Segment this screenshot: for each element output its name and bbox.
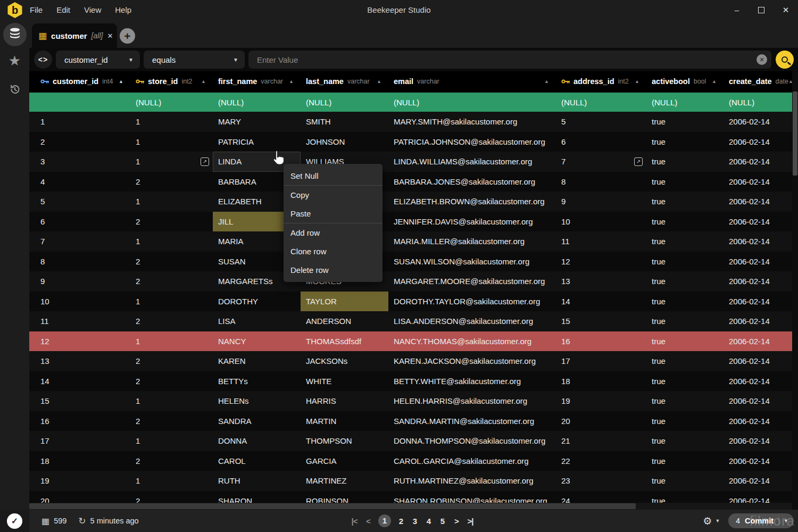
- tab-customer[interactable]: ▦ customer [all] ✕: [32, 23, 117, 48]
- table-cell[interactable]: 1: [130, 331, 213, 352]
- table-cell[interactable]: 18: [556, 371, 646, 392]
- table-cell[interactable]: 2: [130, 311, 213, 331]
- column-header-customer_id[interactable]: customer_idint4▲: [29, 71, 130, 92]
- table-cell[interactable]: 19: [29, 471, 130, 491]
- table-cell[interactable]: 19: [556, 391, 646, 411]
- column-header-address_id[interactable]: address_idint2▲: [556, 71, 646, 92]
- first-page-button[interactable]: |<: [351, 517, 358, 526]
- filter-value-input[interactable]: Enter Value ✕: [248, 51, 771, 69]
- table-cell[interactable]: DOROTHY.TAYLOR@sakilacustomer.org: [388, 292, 556, 312]
- table-cell[interactable]: 2006-02-14: [724, 212, 793, 232]
- prev-page-button[interactable]: <: [364, 517, 372, 526]
- table-cell[interactable]: SMITH: [301, 112, 388, 132]
- table-cell[interactable]: MARY.SMITH@sakilacustomer.org: [388, 112, 556, 132]
- table-cell[interactable]: 7: [29, 231, 130, 252]
- context-menu-item-add-row[interactable]: Add row: [284, 223, 383, 242]
- table-row[interactable]: 92MARGARETSsMOORESMARGARET.MOORE@sakilac…: [29, 271, 798, 292]
- table-cell[interactable]: 2: [130, 371, 213, 392]
- table-cell[interactable]: 15: [556, 311, 646, 331]
- new-tab-button[interactable]: +: [120, 28, 135, 44]
- open-foreign-key-icon[interactable]: ↗: [634, 157, 643, 166]
- table-row[interactable]: 191RUTHMARTINEZRUTH.MARTINEZ@sakilacusto…: [29, 471, 798, 491]
- table-cell[interactable]: 8: [556, 172, 646, 192]
- table-cell[interactable]: true: [646, 371, 724, 392]
- table-cell[interactable]: SUSAN.WILSON@sakilacustomer.org: [388, 252, 556, 272]
- insert-cell[interactable]: (NULL): [213, 93, 301, 112]
- menu-view[interactable]: View: [84, 5, 101, 14]
- page-button-3[interactable]: 3: [411, 517, 419, 526]
- table-cell[interactable]: 2: [130, 252, 213, 272]
- table-cell[interactable]: 2006-02-14: [724, 271, 793, 292]
- table-cell[interactable]: 5: [556, 112, 646, 132]
- table-cell[interactable]: SANDRA.MARTIN@sakilacustomer.org: [388, 411, 556, 431]
- table-cell[interactable]: 11: [556, 231, 646, 252]
- minimize-button[interactable]: –: [725, 0, 749, 20]
- insert-cell[interactable]: (NULL): [388, 93, 556, 112]
- table-cell[interactable]: WHITE: [301, 371, 388, 392]
- table-cell[interactable]: BETTY.WHITE@sakilacustomer.org: [388, 371, 556, 392]
- table-cell[interactable]: CAROL: [213, 451, 301, 471]
- table-cell[interactable]: true: [646, 431, 724, 451]
- context-menu-item-delete-row[interactable]: Delete row: [284, 261, 383, 279]
- table-cell[interactable]: 14: [29, 371, 130, 392]
- table-cell[interactable]: LISA.ANDERSON@sakilacustomer.org: [388, 311, 556, 331]
- table-cell[interactable]: 2006-02-14: [724, 152, 793, 172]
- table-cell[interactable]: PATRICIA.JOHNSON@sakilacustomer.org: [388, 132, 556, 152]
- page-button-1[interactable]: 1: [378, 514, 391, 527]
- table-cell[interactable]: 2: [130, 212, 213, 232]
- table-cell[interactable]: true: [646, 471, 724, 491]
- close-button[interactable]: ✕: [774, 0, 798, 20]
- table-row[interactable]: 21PATRICIAJOHNSONPATRICIA.JOHNSON@sakila…: [29, 132, 798, 152]
- gear-icon[interactable]: ⚙: [703, 515, 712, 527]
- table-cell[interactable]: 2: [29, 132, 130, 152]
- table-cell[interactable]: true: [646, 451, 724, 471]
- column-header-first_name[interactable]: first_namevarchar▲: [213, 71, 301, 92]
- insert-cell[interactable]: (NULL): [646, 93, 724, 112]
- table-cell[interactable]: 2006-02-14: [724, 431, 793, 451]
- table-cell[interactable]: LINDA.WILLIAMS@sakilacustomer.org: [388, 152, 556, 172]
- table-cell[interactable]: 1: [130, 231, 213, 252]
- table-cell[interactable]: 2006-02-14: [724, 351, 793, 371]
- table-cell[interactable]: 2006-02-14: [724, 371, 793, 392]
- table-cell[interactable]: 2006-02-14: [724, 391, 793, 411]
- table-cell[interactable]: RUTH: [213, 471, 301, 491]
- table-cell[interactable]: true: [646, 311, 724, 331]
- sort-asc-icon[interactable]: ▲: [635, 79, 639, 84]
- table-row[interactable]: 171DONNATHOMPSONDONNA.THOMPSON@sakilacus…: [29, 431, 798, 451]
- next-page-button[interactable]: >: [453, 517, 460, 526]
- chevron-down-icon[interactable]: ▼: [784, 518, 788, 523]
- table-row[interactable]: 112LISAANDERSONLISA.ANDERSON@sakilacusto…: [29, 311, 798, 331]
- table-cell[interactable]: 15: [29, 391, 130, 411]
- table-cell[interactable]: true: [646, 132, 724, 152]
- table-cell[interactable]: ELIZABETH.BROWN@sakilacustomer.org: [388, 192, 556, 212]
- table-cell[interactable]: RUTH.MARTINEZ@sakilacustomer.org: [388, 471, 556, 491]
- insert-cell[interactable]: (NULL): [724, 93, 793, 112]
- table-cell[interactable]: 1↗: [130, 152, 213, 172]
- table-cell[interactable]: 18: [29, 451, 130, 471]
- table-cell[interactable]: 13: [556, 271, 646, 292]
- apply-filter-button[interactable]: [776, 51, 794, 69]
- table-cell[interactable]: NANCY: [213, 331, 301, 352]
- page-button-5[interactable]: 5: [439, 517, 446, 526]
- table-cell[interactable]: MARIA.MILLER@sakilacustomer.org: [388, 231, 556, 252]
- table-row[interactable]: 121NANCYTHOMASsdfsdfNANCY.THOMAS@sakilac…: [29, 331, 798, 352]
- context-menu-item-copy[interactable]: Copy: [284, 186, 383, 204]
- horizontal-scrollbar[interactable]: [29, 503, 798, 510]
- menu-file[interactable]: File: [30, 5, 43, 14]
- table-cell[interactable]: 2006-02-14: [724, 192, 793, 212]
- table-cell[interactable]: 2: [130, 172, 213, 192]
- table-cell[interactable]: HELEN.HARRIS@sakilacustomer.org: [388, 391, 556, 411]
- table-cell[interactable]: 1: [130, 132, 213, 152]
- table-cell[interactable]: 2: [130, 351, 213, 371]
- sql-toggle-button[interactable]: <>: [34, 51, 52, 69]
- sidebar-item-tables[interactable]: [3, 23, 27, 46]
- table-cell[interactable]: 16: [29, 411, 130, 431]
- table-cell[interactable]: DONNA: [213, 431, 301, 451]
- pending-insert-row[interactable]: (NULL)(NULL)(NULL)(NULL)(NULL)(NULL)(NUL…: [29, 92, 798, 112]
- context-menu-item-set-null[interactable]: Set Null: [284, 167, 383, 185]
- vertical-scrollbar[interactable]: [792, 71, 798, 510]
- table-row[interactable]: 62JILLDAVISJENNIFER.DAVIS@sakilacustomer…: [29, 212, 798, 232]
- table-cell[interactable]: 1: [130, 431, 213, 451]
- table-cell[interactable]: 1: [130, 471, 213, 491]
- table-cell[interactable]: 10: [29, 292, 130, 312]
